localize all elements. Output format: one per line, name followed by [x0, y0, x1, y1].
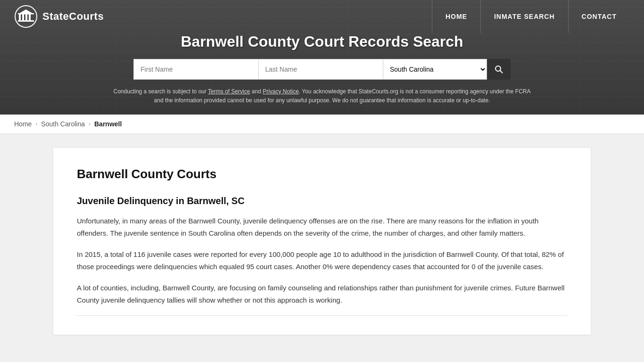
nav-inmate-search[interactable]: INMATE SEARCH: [480, 0, 568, 33]
breadcrumb: Home › South Carolina › Barnwell: [0, 115, 644, 134]
breadcrumb-sep-2: ›: [89, 121, 91, 127]
svg-rect-5: [18, 20, 34, 22]
state-select[interactable]: Select State Alabama Alaska Arizona Arka…: [383, 59, 487, 80]
search-icon: [495, 65, 503, 74]
nav-links: HOME INMATE SEARCH CONTACT: [432, 0, 630, 33]
svg-rect-4: [29, 14, 31, 21]
terms-link[interactable]: Terms of Service: [208, 88, 250, 95]
svg-rect-3: [25, 14, 27, 21]
section-para-1: Unfortunately, in many areas of the Barn…: [77, 215, 567, 239]
content-card: Barnwell County Courts Juvenile Delinque…: [53, 148, 591, 335]
breadcrumb-home[interactable]: Home: [14, 120, 32, 128]
last-name-input[interactable]: [258, 59, 384, 80]
search-form: Select State Alabama Alaska Arizona Arka…: [133, 59, 511, 80]
svg-rect-2: [22, 14, 24, 21]
logo-text: StateCourts: [42, 10, 104, 23]
navigation: StateCourts HOME INMATE SEARCH CONTACT: [0, 0, 644, 33]
header-content: Barnwell County Court Records Search Sel…: [0, 33, 644, 115]
disclaimer-text: Conducting a search is subject to our Te…: [110, 87, 534, 105]
nav-contact[interactable]: CONTACT: [568, 0, 630, 33]
search-button[interactable]: [487, 59, 511, 80]
logo-link[interactable]: StateCourts: [14, 5, 104, 28]
content-divider: [77, 315, 567, 316]
content-title: Barnwell County Courts: [77, 167, 567, 181]
breadcrumb-state[interactable]: South Carolina: [41, 120, 85, 128]
section-heading-1: Juvenile Delinquency in Barnwell, SC: [77, 196, 567, 206]
nav-home[interactable]: HOME: [432, 0, 480, 33]
logo-icon: [14, 5, 38, 28]
section-para-2: In 2015, a total of 116 juvenile cases w…: [77, 248, 567, 272]
svg-rect-1: [19, 14, 21, 21]
main-content: Barnwell County Courts Juvenile Delinque…: [44, 148, 600, 335]
svg-line-9: [500, 71, 503, 73]
first-name-input[interactable]: [133, 59, 258, 80]
breadcrumb-county: Barnwell: [94, 120, 122, 128]
breadcrumb-sep-1: ›: [35, 121, 37, 127]
section-para-3: A lot of counties, including, Barnwell C…: [77, 282, 567, 306]
privacy-link[interactable]: Privacy Notice: [263, 88, 299, 95]
svg-rect-7: [18, 13, 34, 15]
page-heading: Barnwell County Court Records Search: [9, 33, 635, 50]
